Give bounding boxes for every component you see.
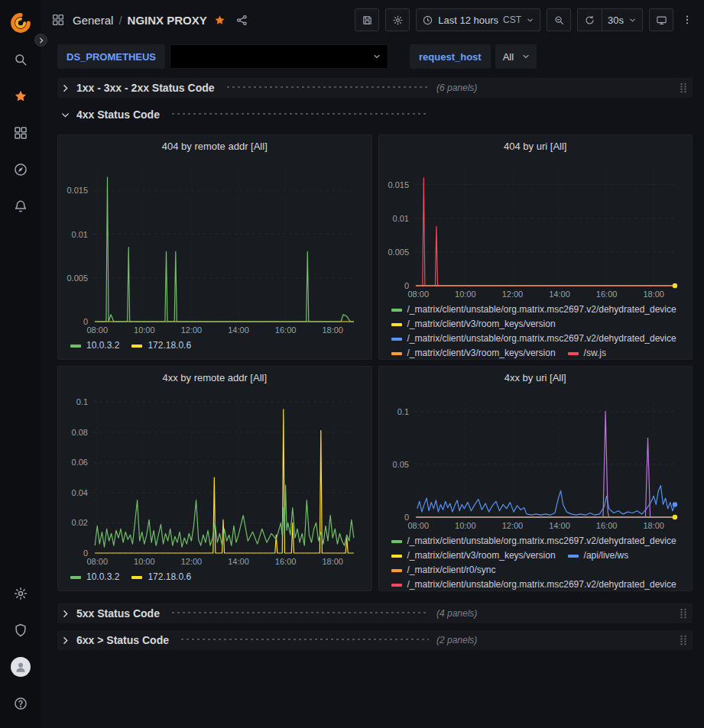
row-title: 6xx > Status Code bbox=[76, 634, 169, 646]
svg-text:0.005: 0.005 bbox=[388, 248, 409, 257]
timeseries-chart[interactable]: 08:0010:0012:0014:0016:0018:0000.020.040… bbox=[60, 390, 367, 568]
refresh-button[interactable] bbox=[577, 8, 602, 31]
refresh-interval-select[interactable]: 30s bbox=[602, 8, 643, 31]
legend-item[interactable]: /_matrix/client/unstable/org.matrix.msc2… bbox=[391, 578, 676, 590]
panel-4xx-by-uri: 4xx by uri [All] 08:0010:0012:0014:0016:… bbox=[378, 366, 693, 591]
row-6xx[interactable]: 6xx > Status Code (2 panels) bbox=[57, 630, 693, 650]
row-panel-count: (6 panels) bbox=[436, 83, 477, 93]
breadcrumb-title[interactable]: NGINX PROXY bbox=[128, 14, 207, 27]
legend-label: 10.0.3.2 bbox=[86, 570, 119, 584]
legend-color-swatch bbox=[391, 309, 402, 312]
favorite-star-icon[interactable] bbox=[213, 14, 226, 27]
dashboards-icon[interactable] bbox=[5, 118, 36, 148]
alerting-bell-icon[interactable] bbox=[5, 191, 36, 222]
svg-text:12:00: 12:00 bbox=[501, 290, 523, 299]
row-drag-handle[interactable] bbox=[679, 83, 688, 93]
row-title: 5xx Status Code bbox=[76, 607, 160, 620]
svg-text:12:00: 12:00 bbox=[501, 521, 523, 530]
help-icon[interactable] bbox=[5, 688, 36, 719]
row-dots bbox=[170, 611, 429, 614]
profile-avatar[interactable] bbox=[5, 652, 36, 682]
datasource-label[interactable]: DS_PROMETHEUS bbox=[57, 44, 165, 69]
legend-item[interactable]: /_matrix/client/r0/sync bbox=[391, 563, 496, 578]
svg-text:14:00: 14:00 bbox=[549, 521, 570, 530]
legend-item[interactable]: 10.0.3.2 bbox=[70, 338, 119, 353]
row-drag-handle[interactable] bbox=[679, 608, 688, 619]
panel-title: 404 by remote addr [All] bbox=[162, 141, 268, 152]
configuration-gear-icon[interactable] bbox=[5, 578, 36, 609]
legend-item[interactable]: 172.18.0.6 bbox=[131, 338, 191, 353]
request-host-label[interactable]: request_host bbox=[410, 44, 491, 69]
legend-color-swatch bbox=[391, 569, 402, 572]
panel-title: 4xx by uri [All] bbox=[504, 372, 566, 383]
row-panel-count: (4 panels) bbox=[436, 608, 477, 619]
breadcrumb: General / NGINX PROXY bbox=[73, 14, 207, 27]
row-4xx[interactable]: 4xx Status Code bbox=[57, 105, 693, 125]
grafana-app: General / NGINX PROXY bbox=[0, 0, 704, 728]
server-admin-shield-icon[interactable] bbox=[5, 615, 36, 645]
avatar bbox=[11, 657, 31, 677]
explore-compass-icon[interactable] bbox=[5, 154, 36, 185]
dashboard-settings-button[interactable] bbox=[385, 8, 410, 31]
time-range-picker[interactable]: Last 12 hours CST bbox=[416, 8, 540, 31]
starred-dashboards-icon[interactable] bbox=[5, 81, 36, 112]
panel-header[interactable]: 404 by remote addr [All] bbox=[58, 135, 371, 157]
legend-label: /_matrix/client/v3/room_keys/version bbox=[407, 317, 556, 332]
svg-text:0.06: 0.06 bbox=[72, 458, 88, 467]
legend-item[interactable]: 10.0.3.2 bbox=[70, 570, 119, 584]
svg-text:18:00: 18:00 bbox=[322, 325, 343, 335]
legend-item[interactable]: /_matrix/client/unstable/org.matrix.msc2… bbox=[391, 332, 676, 346]
legend-item[interactable]: /_matrix/client/v3/room_keys/version bbox=[391, 548, 556, 563]
svg-text:14:00: 14:00 bbox=[549, 290, 570, 299]
legend-color-swatch bbox=[568, 352, 579, 355]
grafana-logo-icon[interactable] bbox=[5, 8, 36, 38]
zoom-out-button[interactable] bbox=[547, 8, 571, 31]
legend-item[interactable]: /_matrix/client/v3/room_keys/version bbox=[391, 317, 556, 332]
svg-text:0.01: 0.01 bbox=[72, 230, 88, 239]
svg-text:12:00: 12:00 bbox=[181, 557, 203, 566]
timeseries-chart[interactable]: 08:0010:0012:0014:0016:0018:0000.0050.01… bbox=[60, 158, 367, 337]
row-5xx[interactable]: 5xx Status Code (4 panels) bbox=[57, 603, 693, 623]
legend-item[interactable]: /_matrix/client/unstable/org.matrix.msc2… bbox=[391, 303, 676, 317]
panel-row-1: 404 by remote addr [All] 08:0010:0012:00… bbox=[57, 134, 693, 360]
legend-color-swatch bbox=[131, 576, 142, 579]
row-title: 1xx - 3xx - 2xx Status Code bbox=[76, 82, 215, 94]
legend-item[interactable]: /api/live/ws bbox=[568, 548, 629, 563]
row-drag-handle[interactable] bbox=[679, 635, 688, 645]
svg-text:18:00: 18:00 bbox=[643, 521, 664, 530]
legend-item[interactable]: /_matrix/client/v3/room_keys/version bbox=[391, 346, 556, 359]
svg-text:16:00: 16:00 bbox=[275, 325, 297, 335]
panel-title: 404 by uri [All] bbox=[504, 141, 566, 152]
dashboard-body: 1xx - 3xx - 2xx Status Code (6 panels) bbox=[41, 76, 704, 728]
legend-item[interactable]: 172.18.0.6 bbox=[131, 570, 191, 584]
panel-legend: /_matrix/client/unstable/org.matrix.msc2… bbox=[379, 301, 693, 359]
svg-text:0: 0 bbox=[83, 548, 88, 558]
legend-item[interactable]: /sw.js bbox=[568, 346, 606, 359]
legend-item[interactable]: /_matrix/client/unstable/org.matrix.msc2… bbox=[391, 534, 676, 548]
share-icon[interactable] bbox=[235, 14, 248, 27]
svg-text:0: 0 bbox=[83, 317, 88, 326]
row-dots bbox=[180, 638, 429, 641]
legend-color-swatch bbox=[391, 555, 402, 558]
panel-4xx-by-remote-addr: 4xx by remote addr [All] 08:0010:0012:00… bbox=[57, 366, 372, 591]
timeseries-chart[interactable]: 08:0010:0012:0014:0016:0018:0000.0050.01… bbox=[381, 158, 688, 301]
panel-legend: /_matrix/client/unstable/org.matrix.msc2… bbox=[379, 532, 693, 590]
row-dots bbox=[225, 86, 429, 89]
row-1xx-3xx-2xx[interactable]: 1xx - 3xx - 2xx Status Code (6 panels) bbox=[57, 78, 693, 98]
tv-mode-button[interactable] bbox=[649, 8, 673, 31]
breadcrumb-section[interactable]: General bbox=[73, 14, 113, 27]
timeseries-chart[interactable]: 08:0010:0012:0014:0016:0018:0000.050.1 bbox=[381, 390, 688, 532]
svg-text:18:00: 18:00 bbox=[643, 290, 664, 299]
request-host-value-select[interactable]: All bbox=[495, 44, 537, 69]
panel-header[interactable]: 4xx by uri [All] bbox=[379, 367, 693, 388]
svg-text:10:00: 10:00 bbox=[455, 521, 476, 530]
sidebar-expand-button[interactable] bbox=[34, 34, 47, 47]
legend-color-swatch bbox=[70, 576, 81, 579]
panel-header[interactable]: 404 by uri [All] bbox=[379, 135, 693, 157]
search-icon[interactable] bbox=[5, 44, 36, 75]
datasource-value-select[interactable] bbox=[170, 44, 388, 69]
save-dashboard-button[interactable] bbox=[355, 8, 379, 31]
kebab-menu-icon[interactable] bbox=[680, 12, 695, 28]
chevron-down-icon bbox=[526, 16, 534, 24]
panel-header[interactable]: 4xx by remote addr [All] bbox=[58, 367, 371, 388]
